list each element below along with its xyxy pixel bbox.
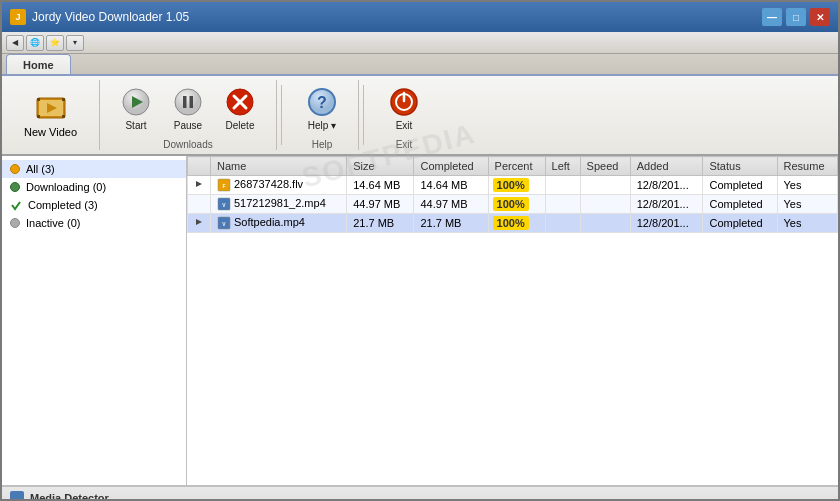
- exit-icon: [388, 86, 420, 118]
- table-row[interactable]: V517212981_2.mp444.97 MB44.97 MB100%12/8…: [188, 195, 838, 214]
- exit-group-label: Exit: [396, 137, 413, 150]
- col-arrow: [188, 157, 211, 176]
- sidebar-item-inactive[interactable]: Inactive (0): [2, 214, 186, 232]
- pause-button[interactable]: Pause: [164, 82, 212, 136]
- new-video-button[interactable]: New Video: [14, 86, 87, 144]
- download-area: Name Size Completed Percent Left Speed A…: [187, 156, 838, 485]
- detector-title: Media Detector: [30, 492, 109, 501]
- quick-btn-1[interactable]: ◀: [6, 35, 24, 51]
- row-completed: 14.64 MB: [414, 176, 488, 195]
- delete-icon: [224, 86, 256, 118]
- new-video-row: New Video: [14, 80, 87, 150]
- col-added[interactable]: Added: [630, 157, 703, 176]
- ribbon-separator-1: [281, 85, 282, 145]
- delete-button[interactable]: Delete: [216, 82, 264, 136]
- detector-icon: [10, 491, 24, 501]
- row-arrow: [188, 195, 211, 214]
- quick-access-toolbar: ◀ 🌐 ⭐ ▾: [2, 32, 838, 54]
- row-speed: [580, 195, 630, 214]
- svg-rect-5: [37, 115, 40, 118]
- all-dot: [10, 164, 20, 174]
- inactive-dot: [10, 218, 20, 228]
- row-added: 12/8/201...: [630, 176, 703, 195]
- sidebar-item-downloading[interactable]: Downloading (0): [2, 178, 186, 196]
- sidebar-item-all[interactable]: All (3): [2, 160, 186, 178]
- col-status[interactable]: Status: [703, 157, 777, 176]
- row-size: 44.97 MB: [347, 195, 414, 214]
- table-row[interactable]: F268737428.flv14.64 MB14.64 MB100%12/8/2…: [188, 176, 838, 195]
- start-icon: [120, 86, 152, 118]
- tab-home[interactable]: Home: [6, 54, 71, 74]
- sidebar: All (3) Downloading (0) Completed (3) In…: [2, 156, 187, 485]
- app-icon: J: [10, 9, 26, 25]
- svg-marker-20: [196, 181, 202, 187]
- row-name: VSoftpedia.mp4: [211, 214, 347, 233]
- row-status: Completed: [703, 195, 777, 214]
- svg-rect-10: [183, 96, 187, 108]
- row-speed: [580, 214, 630, 233]
- row-size: 21.7 MB: [347, 214, 414, 233]
- downloading-dot: [10, 182, 20, 192]
- sidebar-item-completed[interactable]: Completed (3): [2, 196, 186, 214]
- row-arrow: [188, 214, 211, 233]
- row-left: [545, 214, 580, 233]
- start-button[interactable]: Start: [112, 82, 160, 136]
- downloads-label: Downloads: [163, 137, 212, 150]
- col-speed[interactable]: Speed: [580, 157, 630, 176]
- svg-text:F: F: [222, 183, 225, 189]
- ribbon: New Video Start: [2, 76, 838, 156]
- download-table: Name Size Completed Percent Left Speed A…: [187, 156, 838, 233]
- ribbon-group-controls: Start Pause: [100, 80, 277, 150]
- col-resume[interactable]: Resume: [777, 157, 837, 176]
- close-button[interactable]: ✕: [810, 8, 830, 26]
- quick-btn-2[interactable]: 🌐: [26, 35, 44, 51]
- row-name: F268737428.flv: [211, 176, 347, 195]
- col-name[interactable]: Name: [211, 157, 347, 176]
- tab-bar: Home: [2, 54, 838, 76]
- pause-label: Pause: [174, 120, 202, 132]
- col-completed[interactable]: Completed: [414, 157, 488, 176]
- ribbon-group-help: ? Help ▾ Help: [286, 80, 359, 150]
- minimize-button[interactable]: —: [762, 8, 782, 26]
- all-label: All (3): [26, 163, 55, 175]
- title-bar-left: J Jordy Video Downloader 1.05: [10, 9, 189, 25]
- svg-rect-3: [37, 98, 40, 101]
- row-name: V517212981_2.mp4: [211, 195, 347, 214]
- table-row[interactable]: VSoftpedia.mp421.7 MB21.7 MB100%12/8/201…: [188, 214, 838, 233]
- col-size[interactable]: Size: [347, 157, 414, 176]
- row-percent: 100%: [488, 195, 545, 214]
- quick-btn-3[interactable]: ⭐: [46, 35, 64, 51]
- help-label: Help ▾: [308, 120, 336, 132]
- help-button[interactable]: ? Help ▾: [298, 82, 346, 136]
- maximize-button[interactable]: □: [786, 8, 806, 26]
- exit-label: Exit: [396, 120, 413, 132]
- row-resume: Yes: [777, 176, 837, 195]
- svg-rect-6: [62, 115, 65, 118]
- ribbon-group-exit: Exit Exit: [368, 80, 440, 150]
- quick-dropdown[interactable]: ▾: [66, 35, 84, 51]
- new-video-label: New Video: [24, 126, 77, 138]
- svg-marker-25: [196, 219, 202, 225]
- col-left[interactable]: Left: [545, 157, 580, 176]
- svg-text:?: ?: [317, 94, 327, 111]
- row-completed: 44.97 MB: [414, 195, 488, 214]
- main-content: All (3) Downloading (0) Completed (3) In…: [2, 156, 838, 485]
- title-bar: J Jordy Video Downloader 1.05 — □ ✕: [2, 2, 838, 32]
- control-buttons: Start Pause: [112, 80, 264, 137]
- inactive-label: Inactive (0): [26, 217, 80, 229]
- exit-buttons: Exit: [380, 80, 428, 137]
- media-detector-header: Media Detector: [2, 487, 838, 501]
- ribbon-group-new: New Video: [2, 80, 100, 150]
- ribbon-separator-2: [363, 85, 364, 145]
- row-resume: Yes: [777, 214, 837, 233]
- row-status: Completed: [703, 176, 777, 195]
- window-controls: — □ ✕: [762, 8, 830, 26]
- svg-rect-11: [190, 96, 194, 108]
- completed-check-icon: [10, 199, 22, 211]
- row-speed: [580, 176, 630, 195]
- exit-button[interactable]: Exit: [380, 82, 428, 136]
- download-scroll[interactable]: Name Size Completed Percent Left Speed A…: [187, 156, 838, 485]
- help-group-label: Help: [312, 137, 333, 150]
- col-percent[interactable]: Percent: [488, 157, 545, 176]
- window-title: Jordy Video Downloader 1.05: [32, 10, 189, 24]
